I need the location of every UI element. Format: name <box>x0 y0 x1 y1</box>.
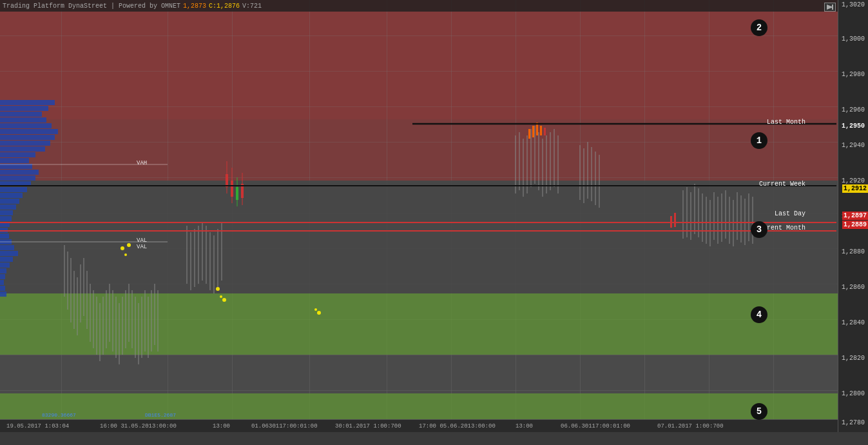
svg-rect-106 <box>544 128 546 135</box>
price-2980: 1,2980 <box>842 71 867 79</box>
val-label2: VAL <box>137 244 147 250</box>
price-2820: 1,2820 <box>842 355 867 362</box>
chart-main: VAH VAL VAL Last Month Current Week Last… <box>0 0 838 432</box>
time-label-1: 19.05.2017 1:03:04 <box>6 423 69 430</box>
play-button[interactable] <box>824 3 836 12</box>
last-day-label: Last Day <box>775 210 805 217</box>
price-2840: 1,2840 <box>842 319 867 327</box>
time-label-5: 30:01.2017 1:00:700 <box>335 423 401 430</box>
chart-volume: V:721 <box>242 3 262 10</box>
header-bar: Trading Platform DynaStreet | Powered by… <box>0 0 838 12</box>
price-2780: 1,2780 <box>842 419 867 427</box>
svg-point-74 <box>127 243 131 247</box>
current-week-label: Current Week <box>759 181 805 188</box>
svg-rect-133 <box>674 213 676 227</box>
svg-rect-103 <box>532 126 534 137</box>
price-3000: 1,3000 <box>842 35 867 43</box>
svg-rect-102 <box>528 129 530 139</box>
svg-point-73 <box>124 253 127 256</box>
price-2880: 1,2880 <box>842 248 867 256</box>
val-label1: VAL <box>137 237 147 244</box>
circle-label-4: 4 <box>751 306 767 323</box>
svg-point-72 <box>121 246 124 250</box>
vah-label: VAH <box>137 160 147 166</box>
price-badge-2912: 1,2912 <box>842 184 868 193</box>
price-2860: 1,2860 <box>842 284 867 292</box>
svg-point-75 <box>216 287 220 291</box>
time-label-4: 01.0630117:00:01:00 <box>251 423 318 430</box>
time-axis: 19.05.2017 1:03:04 16:00 31.05.2013:00:0… <box>0 419 838 432</box>
chart-close: C:1,2876 <box>209 3 240 10</box>
svg-point-76 <box>220 295 222 298</box>
time-label-7: 13:00 <box>516 423 533 430</box>
last-month-label: Last Month <box>767 119 805 126</box>
time-label-6: 17:00 05.06.2013:00:00 <box>419 423 496 430</box>
circle-label-2: 2 <box>751 19 767 36</box>
chart-title: Trading Platform DynaStreet | Powered by… <box>3 3 180 10</box>
price-badge-2889: 1,2889 <box>842 221 868 229</box>
circle-label-5: 5 <box>751 403 767 420</box>
time-label-3: 13:00 <box>213 423 230 430</box>
price-axis: 1,3020 1,3000 1,2980 1,2960 1,2950 1,294… <box>838 0 868 432</box>
circle-label-3: 3 <box>751 221 767 238</box>
svg-point-78 <box>314 308 317 311</box>
chart-ohlc: 1,2873 <box>183 3 206 10</box>
svg-rect-105 <box>540 126 542 135</box>
bottom-label-1: 83290.36667 <box>42 412 76 418</box>
price-2800: 1,2800 <box>842 390 867 398</box>
time-label-8: 06.06.30117:00:01:00 <box>561 423 630 430</box>
price-2940: 1,2940 <box>842 142 867 150</box>
price-2950: 1,2950 <box>842 123 867 130</box>
price-2960: 1,2960 <box>842 106 867 114</box>
chart-container: VAH VAL VAL Last Month Current Week Last… <box>0 0 868 445</box>
circle-label-1: 1 <box>751 132 767 149</box>
time-label-9: 07.01.2017 1:00:700 <box>657 423 724 430</box>
price-3020: 1,3020 <box>842 1 867 9</box>
svg-point-77 <box>222 298 226 302</box>
svg-point-79 <box>317 311 321 315</box>
bottom-label-2: DB1E5.2687 <box>145 412 176 418</box>
time-label-2: 16:00 31.05.2013:00:00 <box>100 423 177 430</box>
price-badge-2897: 1,2897 <box>842 212 868 220</box>
candlestick-chart <box>0 0 838 419</box>
